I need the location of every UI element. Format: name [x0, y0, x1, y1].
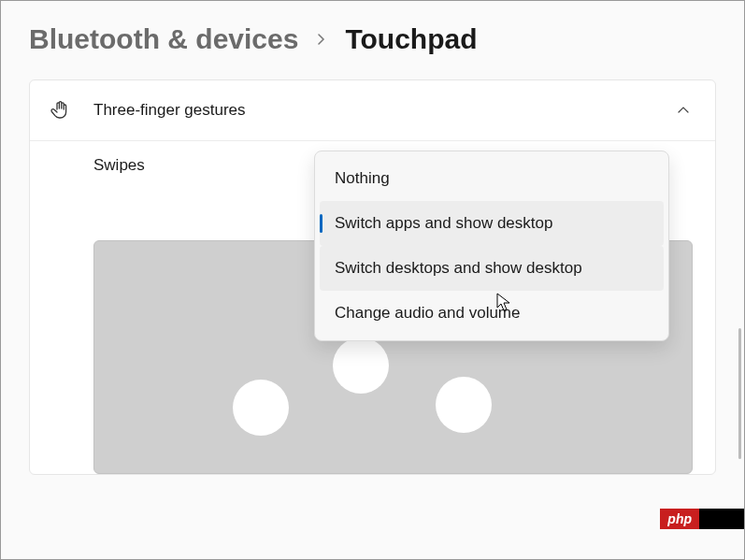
breadcrumb-parent[interactable]: Bluetooth & devices	[29, 23, 298, 55]
section-header-three-finger[interactable]: Three-finger gestures	[30, 80, 715, 141]
breadcrumb: Bluetooth & devices Touchpad	[1, 1, 744, 72]
finger-dot	[333, 337, 389, 394]
swipes-dropdown[interactable]: Nothing Switch apps and show desktop Swi…	[314, 151, 669, 341]
dropdown-option-nothing[interactable]: Nothing	[320, 156, 664, 201]
scrollbar[interactable]	[738, 328, 741, 459]
swipes-label: Swipes	[93, 156, 145, 174]
section-title: Three-finger gestures	[93, 101, 674, 120]
watermark-text: php	[660, 509, 699, 529]
chevron-right-icon	[315, 27, 328, 51]
finger-dot	[233, 380, 289, 436]
dropdown-option-switch-apps[interactable]: Switch apps and show desktop	[320, 201, 664, 246]
dropdown-option-audio[interactable]: Change audio and volume	[320, 291, 664, 336]
dropdown-option-switch-desktops[interactable]: Switch desktops and show desktop	[320, 246, 664, 291]
chevron-up-icon	[674, 101, 693, 120]
hand-icon	[47, 97, 73, 123]
watermark: php	[660, 509, 744, 529]
watermark-block	[699, 509, 744, 529]
breadcrumb-current: Touchpad	[345, 23, 477, 55]
finger-dot	[436, 377, 492, 433]
